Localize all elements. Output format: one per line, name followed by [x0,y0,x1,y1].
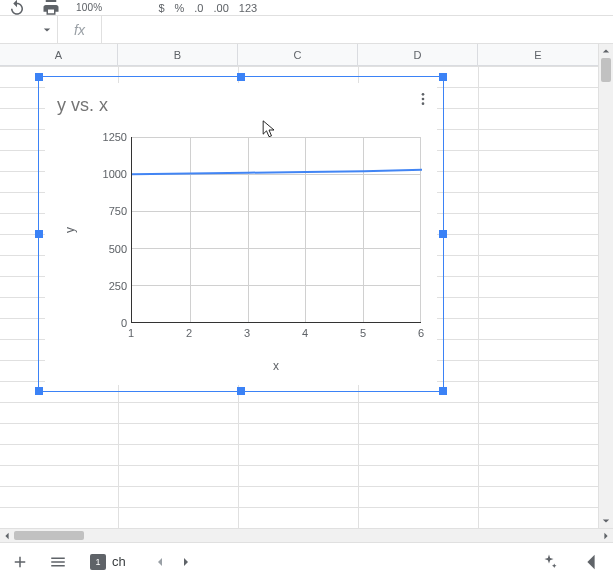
column-header[interactable]: B [118,44,238,65]
data-line [132,137,422,323]
comment-badge: 1 [90,554,106,570]
chart-title[interactable]: y vs. x [57,95,108,116]
scroll-up-icon[interactable] [599,44,613,58]
sheet-tab[interactable]: 1 ch [82,548,134,576]
column-header[interactable]: C [238,44,358,65]
plus-icon [11,553,29,571]
resize-handle-br[interactable] [439,387,447,395]
y-tick: 0 [93,317,127,329]
fx-label: fx [58,16,102,43]
name-box[interactable] [0,16,58,43]
x-tick: 5 [360,327,366,339]
y-tick: 250 [93,280,127,292]
svg-point-1 [422,98,425,101]
x-axis-label: x [273,359,279,373]
resize-handle-tr[interactable] [439,73,447,81]
column-header[interactable]: E [478,44,598,65]
decrease-decimal-icon[interactable]: .0 [194,2,203,14]
spreadsheet-grid[interactable]: A B C D E y vs. x y x 12 [0,44,613,528]
x-tick: 3 [244,327,250,339]
resize-handle-bl[interactable] [35,387,43,395]
column-header[interactable]: D [358,44,478,65]
formula-bar: fx [0,16,613,44]
chart-menu-button[interactable] [415,91,431,107]
y-tick: 1250 [93,131,127,143]
sheet-bar: 1 ch [0,542,613,580]
y-axis-label: y [63,227,77,233]
resize-handle-tl[interactable] [35,73,43,81]
scroll-left-icon[interactable] [0,529,14,542]
undo-icon[interactable] [8,1,26,15]
increase-decimal-button[interactable]: .00 [213,2,228,14]
menu-icon [49,553,67,571]
horizontal-scrollbar[interactable] [0,528,613,542]
resize-handle-tc[interactable] [237,73,245,81]
x-tick: 2 [186,327,192,339]
scroll-down-icon[interactable] [599,514,613,528]
print-icon[interactable] [42,1,60,15]
column-header[interactable]: A [0,44,118,65]
y-tick: 1000 [93,168,127,180]
sheet-name: ch [112,554,126,569]
vertical-scrollbar[interactable] [598,44,613,528]
horizontal-scrollbar-thumb[interactable] [14,531,84,540]
chart-object[interactable]: y vs. x y x 1250 1000 750 500 250 0 [38,76,444,392]
x-tick: 4 [302,327,308,339]
more-vert-icon [415,91,431,107]
all-sheets-button[interactable] [44,548,72,576]
chevron-left-icon [582,553,600,571]
formula-input[interactable] [102,16,613,43]
percent-icon[interactable]: % [175,2,185,14]
sparkle-icon [540,553,558,571]
side-panel-toggle[interactable] [577,548,605,576]
x-tick: 1 [128,327,134,339]
scroll-right-icon[interactable] [599,529,613,542]
column-headers: A B C D E [0,44,613,66]
chevron-down-icon [43,26,51,34]
y-axis-ticks: 1250 1000 750 500 250 0 [93,137,127,323]
more-formats-button[interactable]: 123 [239,2,257,14]
svg-point-0 [422,93,425,96]
svg-point-2 [422,102,425,105]
plot-area [131,137,421,323]
toolbar: 100% $ % .0 .00 123 [0,0,613,16]
x-tick: 6 [418,327,424,339]
currency-icon[interactable]: $ [158,2,164,14]
add-sheet-button[interactable] [6,548,34,576]
resize-handle-bc[interactable] [237,387,245,395]
chart-card: y vs. x y x 1250 1000 750 500 250 0 [45,83,437,385]
chevron-left-icon [155,557,165,567]
explore-button[interactable] [535,548,563,576]
y-tick: 750 [93,205,127,217]
resize-handle-mr[interactable] [439,230,447,238]
vertical-scrollbar-thumb[interactable] [601,58,611,82]
sheet-next-button[interactable] [174,550,198,574]
sheet-prev-button[interactable] [148,550,172,574]
zoom-level[interactable]: 100% [76,2,102,13]
x-axis-ticks: 1 2 3 4 5 6 [131,327,421,343]
y-tick: 500 [93,243,127,255]
chevron-right-icon [181,557,191,567]
resize-handle-ml[interactable] [35,230,43,238]
